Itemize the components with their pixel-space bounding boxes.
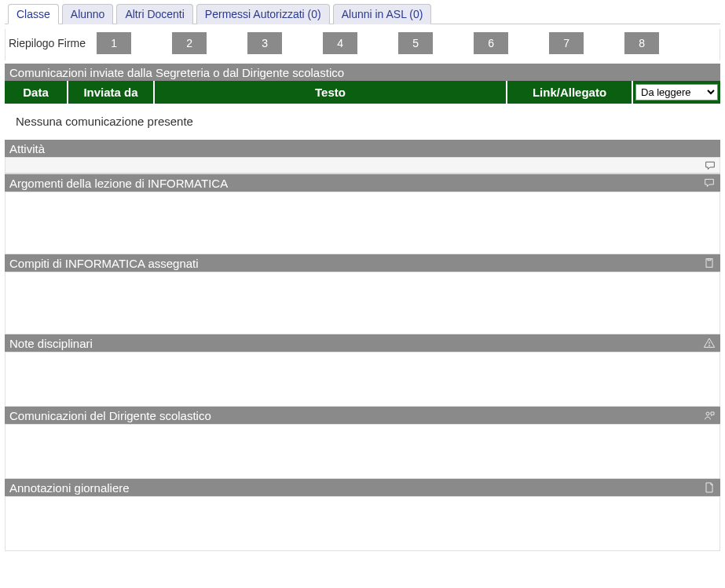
warning-icon[interactable]	[703, 337, 716, 349]
tab-permessi[interactable]: Permessi Autorizzati (0)	[196, 4, 330, 24]
firme-slot-7[interactable]: 7	[549, 32, 584, 54]
firme-slot-2[interactable]: 2	[172, 32, 207, 54]
communications-title-bar: Comunicazioni inviate dalla Segreteria o…	[5, 64, 720, 81]
firme-row: Riepilogo Firme 1 2 3 4 5 6 7 8	[5, 29, 720, 60]
chat-icon[interactable]	[704, 159, 716, 174]
attivita-bar: Attività	[5, 140, 720, 157]
dirigente-bar: Comunicazioni del Dirigente scolastico	[5, 407, 720, 424]
note-label: Note disciplinari	[9, 337, 93, 350]
annotazioni-bar: Annotazioni giornaliere	[5, 479, 720, 496]
col-inviata: Inviata da	[68, 81, 154, 104]
main-tabs: Classe Alunno Altri Docenti Permessi Aut…	[5, 3, 720, 24]
firme-label: Riepilogo Firme	[9, 37, 86, 49]
communications-header-row: Data Inviata da Testo Link/Allegato Da l…	[5, 81, 720, 104]
communications-table: Data Inviata da Testo Link/Allegato Da l…	[5, 81, 720, 104]
firme-slot-3[interactable]: 3	[247, 32, 282, 54]
note-bar: Note disciplinari	[5, 334, 720, 352]
communications-title: Comunicazioni inviate dalla Segreteria o…	[9, 66, 344, 79]
attivita-content	[5, 157, 720, 174]
annotazioni-content	[5, 496, 720, 551]
status-filter-select[interactable]: Da leggere	[635, 84, 718, 100]
firme-slot-5[interactable]: 5	[398, 32, 433, 54]
tab-classe[interactable]: Classe	[8, 4, 59, 24]
col-status: Da leggere	[632, 81, 720, 104]
tab-altri-docenti[interactable]: Altri Docenti	[116, 4, 192, 24]
tab-alunno[interactable]: Alunno	[62, 4, 114, 24]
note-page-icon[interactable]	[703, 481, 716, 494]
compiti-content	[5, 272, 720, 334]
svg-point-3	[706, 412, 709, 415]
compiti-bar: Compiti di INFORMATICA assegnati	[5, 254, 720, 272]
user-speech-icon[interactable]	[703, 409, 716, 422]
clipboard-icon[interactable]	[703, 257, 716, 269]
annotazioni-label: Annotazioni giornaliere	[9, 481, 130, 495]
col-data: Data	[5, 81, 68, 104]
compiti-label: Compiti di INFORMATICA assegnati	[9, 257, 199, 270]
attivita-label: Attività	[9, 142, 45, 155]
firme-slot-1[interactable]: 1	[97, 32, 131, 54]
firme-boxes: 1 2 3 4 5 6 7 8	[97, 32, 718, 54]
chat-icon[interactable]	[703, 177, 716, 189]
firme-slot-4[interactable]: 4	[323, 32, 357, 54]
argomenti-label: Argomenti della lezione di INFORMATICA	[9, 177, 228, 190]
col-testo: Testo	[154, 81, 507, 104]
argomenti-bar: Argomenti della lezione di INFORMATICA	[5, 174, 720, 192]
tab-asl[interactable]: Alunni in ASL (0)	[333, 4, 432, 24]
note-content	[5, 352, 720, 407]
argomenti-content	[5, 192, 720, 254]
col-link: Link/Allegato	[507, 81, 632, 104]
dirigente-label: Comunicazioni del Dirigente scolastico	[9, 409, 211, 422]
communications-empty: Nessuna comunicazione presente	[5, 104, 720, 140]
firme-slot-8[interactable]: 8	[624, 32, 659, 54]
firme-slot-6[interactable]: 6	[474, 32, 508, 54]
dirigente-content	[5, 424, 720, 479]
svg-point-2	[709, 345, 709, 346]
